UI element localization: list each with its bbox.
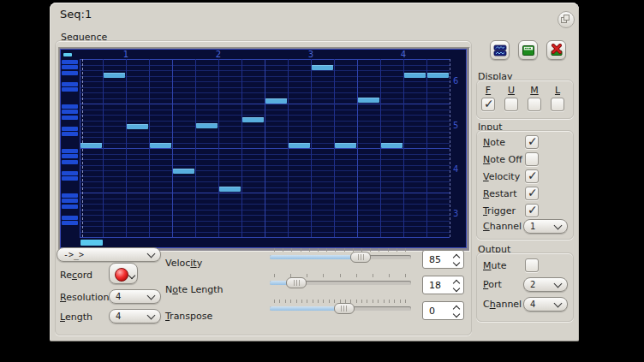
- sequence-display[interactable]: 12346543: [58, 47, 470, 252]
- velocity-slider[interactable]: [270, 255, 411, 259]
- length-label: Length: [60, 312, 92, 323]
- piano-key: [62, 193, 78, 198]
- spin-down-icon[interactable]: [453, 259, 460, 266]
- note-grid[interactable]: [80, 59, 450, 237]
- output-channel-select[interactable]: 4: [523, 297, 568, 312]
- slider-handle[interactable]: [334, 303, 355, 314]
- loop-marker-bar: [80, 240, 103, 246]
- sequence-note[interactable]: [150, 143, 171, 148]
- note-length-spinbox[interactable]: 18: [422, 276, 464, 294]
- sequence-note[interactable]: [312, 65, 333, 70]
- sequence-note[interactable]: [404, 73, 426, 78]
- display-option-checkbox[interactable]: [481, 98, 495, 111]
- input-check-label: Restart: [483, 188, 517, 199]
- record-button[interactable]: [109, 263, 138, 284]
- sequence-note[interactable]: [127, 124, 148, 129]
- float-button[interactable]: [558, 11, 575, 28]
- sequence-note[interactable]: [242, 117, 264, 122]
- sequence-note[interactable]: [173, 169, 194, 174]
- spin-arrows[interactable]: [450, 251, 463, 268]
- input-channel-label: Channel: [483, 221, 522, 232]
- slider-handle[interactable]: [286, 277, 307, 288]
- beat-number-label: 3: [304, 50, 318, 59]
- tick-mark: [301, 248, 301, 252]
- output-mute-checkbox[interactable]: [525, 258, 539, 272]
- piano-key: [62, 221, 78, 225]
- duplicate-pattern-icon: [493, 44, 507, 57]
- slider-handle[interactable]: [350, 252, 371, 263]
- piano-key: [62, 127, 78, 131]
- velocity-label: Velocity: [165, 258, 202, 269]
- chevron-down-icon: [554, 299, 563, 307]
- beat-gridline: [80, 59, 80, 237]
- sequence-note[interactable]: [335, 143, 356, 148]
- delete-button[interactable]: [546, 40, 566, 60]
- transpose-value: 0: [423, 306, 450, 317]
- loop-mode-select[interactable]: ->_>: [57, 247, 161, 262]
- beat-gridline: [450, 59, 451, 237]
- sequence-note[interactable]: [196, 123, 218, 128]
- input-checkbox[interactable]: [525, 135, 539, 149]
- velocity-value: 85: [423, 254, 450, 265]
- length-select[interactable]: 4: [109, 309, 161, 323]
- sequence-note[interactable]: [427, 73, 449, 78]
- grip-line: [299, 280, 300, 286]
- spin-down-icon[interactable]: [453, 285, 460, 292]
- input-checkbox[interactable]: [525, 187, 539, 200]
- tick-mark: [313, 300, 313, 303]
- tick-mark: [318, 248, 319, 252]
- sequence-note[interactable]: [289, 143, 310, 148]
- sequence-note[interactable]: [381, 143, 402, 148]
- input-check-label: Note Off: [483, 154, 522, 165]
- display-option-checkbox[interactable]: [528, 98, 541, 111]
- sequence-note[interactable]: [80, 143, 102, 148]
- tick-mark: [329, 300, 330, 303]
- tick-mark: [373, 300, 373, 303]
- tick-mark: [405, 300, 406, 303]
- tick-mark: [400, 300, 401, 303]
- note_length-value: 18: [423, 280, 450, 291]
- spin-arrows[interactable]: [450, 302, 463, 319]
- input-channel-select[interactable]: 1: [523, 219, 568, 234]
- display-option-checkbox[interactable]: [504, 98, 518, 111]
- input-checkbox[interactable]: [525, 152, 539, 166]
- step-gridline: [380, 59, 381, 237]
- transpose-spinbox[interactable]: 0: [422, 301, 464, 320]
- spin-arrows[interactable]: [450, 276, 463, 294]
- tick-mark: [378, 300, 379, 303]
- desktop-background: Seq:1 Sequence 12346543 ->_> Record Reso…: [0, 0, 644, 362]
- tick-mark: [405, 248, 406, 252]
- duplicate-pattern-button[interactable]: [490, 40, 510, 60]
- tick-mark: [405, 274, 406, 277]
- velocity-spinbox[interactable]: 85: [422, 250, 464, 269]
- tick-mark: [279, 300, 280, 303]
- tick-mark: [274, 300, 275, 303]
- spin-down-icon[interactable]: [453, 311, 460, 317]
- grip-line: [296, 280, 297, 286]
- step-gridline: [149, 59, 150, 237]
- rename-button[interactable]: [518, 40, 538, 60]
- piano-key: [62, 176, 78, 181]
- piano-key: [62, 87, 78, 92]
- sequence-grid-canvas[interactable]: 12346543: [60, 49, 467, 248]
- step-gridline: [242, 59, 242, 237]
- octave-label: 6: [453, 76, 465, 86]
- step-gridline: [334, 59, 335, 237]
- resolution-select[interactable]: 4: [109, 289, 161, 304]
- sequence-note[interactable]: [265, 98, 287, 104]
- rename-icon: [522, 44, 535, 57]
- input-checkbox[interactable]: [525, 169, 539, 183]
- tick-mark: [283, 248, 283, 252]
- input-check-label: Trigger: [483, 205, 516, 217]
- sequence-note[interactable]: [358, 98, 379, 103]
- output-port-select[interactable]: 2: [523, 277, 568, 292]
- display-option-label: M: [528, 85, 541, 96]
- tick-mark: [344, 248, 345, 252]
- sequence-note[interactable]: [219, 187, 241, 192]
- tick-mark: [307, 300, 307, 303]
- sequence-note[interactable]: [104, 73, 125, 78]
- input-checkbox[interactable]: [525, 204, 539, 217]
- octave-label: 3: [453, 209, 465, 218]
- tick-mark: [334, 300, 335, 303]
- display-option-checkbox[interactable]: [551, 98, 564, 111]
